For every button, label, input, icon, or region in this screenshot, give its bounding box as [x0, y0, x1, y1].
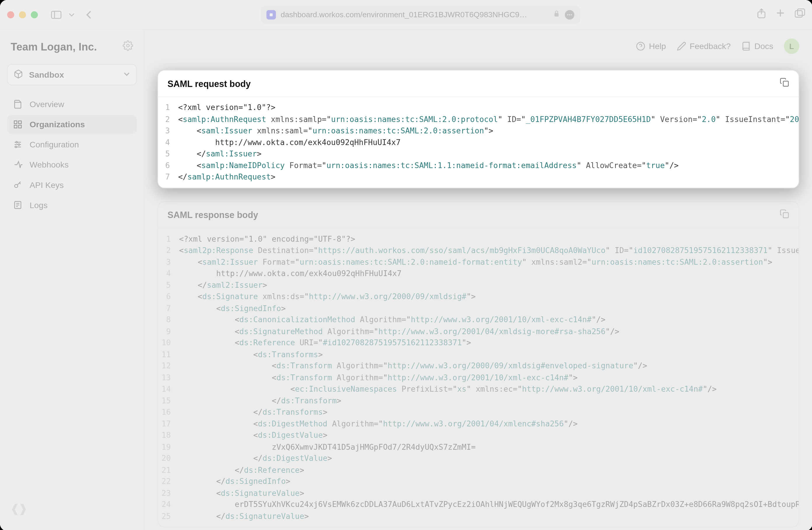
maximize-window-button[interactable]: [31, 11, 38, 18]
svg-point-5: [567, 14, 568, 15]
panel-title: SAML request body: [168, 79, 250, 89]
svg-rect-16: [14, 121, 17, 124]
sidebar-toggle-icon[interactable]: [48, 8, 64, 21]
address-bar-url: dashboard.workos.com/environment_01ERG1B…: [280, 10, 530, 19]
svg-rect-35: [783, 81, 789, 86]
svg-point-33: [637, 42, 644, 50]
titlebar: dashboard.workos.com/environment_01ERG1B…: [0, 0, 812, 30]
code-block: 1234567 <?xml version="1.0"?><samlp:Auth…: [158, 97, 799, 188]
svg-rect-36: [783, 212, 789, 218]
svg-rect-0: [52, 11, 61, 18]
sidebar-item-label: Webhooks: [30, 160, 69, 169]
environment-selector[interactable]: Sandbox: [7, 64, 137, 85]
site-favicon: [266, 10, 276, 19]
tabs-icon[interactable]: [795, 8, 805, 21]
sidebar-item-webhooks[interactable]: Webhooks: [7, 155, 137, 174]
sidebar-item-label: Logs: [30, 200, 48, 210]
svg-point-23: [16, 141, 17, 143]
sidebar-item-api-keys[interactable]: API Keys: [7, 176, 137, 194]
sidebar-item-organizations[interactable]: Organizations: [7, 115, 137, 134]
back-button[interactable]: [83, 7, 95, 22]
help-link[interactable]: Help: [636, 41, 666, 51]
environment-name: Sandbox: [29, 70, 64, 79]
avatar[interactable]: L: [784, 39, 799, 54]
svg-line-28: [19, 183, 20, 184]
sidebar-item-configuration[interactable]: Configuration: [7, 135, 137, 154]
svg-rect-3: [270, 13, 273, 16]
saml-response-panel: SAML response body 123456789101112131415…: [158, 201, 799, 527]
lock-icon: [553, 10, 560, 19]
chevron-down-icon[interactable]: [66, 9, 77, 20]
sidebar-item-label: Overview: [30, 99, 64, 109]
sidebar-item-logs[interactable]: Logs: [7, 196, 137, 214]
browser-window: dashboard.workos.com/environment_01ERG1B…: [0, 0, 812, 530]
saml-request-panel: SAML request body 1234567 <?xml version=…: [158, 70, 799, 188]
new-tab-icon[interactable]: [775, 8, 785, 21]
sidebar-item-label: Configuration: [30, 140, 79, 149]
svg-point-6: [569, 14, 570, 15]
minimize-window-button[interactable]: [19, 11, 26, 18]
topbar: Help Feedback? Docs L: [144, 30, 812, 63]
sidebar-item-overview[interactable]: Overview: [7, 95, 137, 114]
team-name: Team Logan, Inc.: [11, 41, 97, 53]
window-controls: [7, 11, 38, 18]
svg-rect-13: [797, 9, 804, 15]
svg-point-24: [18, 144, 19, 145]
sidebar: Team Logan, Inc. Sandbox: [0, 30, 144, 530]
svg-point-14: [127, 44, 129, 47]
sidebar-item-label: Organizations: [30, 120, 85, 129]
address-bar[interactable]: dashboard.workos.com/environment_01ERG1B…: [260, 5, 580, 23]
workos-logo-icon: [11, 501, 27, 520]
svg-rect-17: [19, 121, 21, 124]
svg-rect-18: [19, 125, 21, 128]
copy-button[interactable]: [780, 209, 789, 221]
sidebar-item-label: API Keys: [30, 180, 64, 190]
svg-point-25: [15, 146, 16, 148]
svg-point-7: [571, 14, 572, 15]
content-area: SAML request body 1234567 <?xml version=…: [144, 63, 812, 530]
feedback-link[interactable]: Feedback?: [677, 41, 730, 51]
svg-rect-19: [14, 125, 17, 128]
gear-icon[interactable]: [122, 40, 133, 53]
main: Help Feedback? Docs L SAML re: [144, 30, 812, 530]
sidebar-nav: Overview Organizations Configuration Web…: [7, 95, 137, 214]
panel-title: SAML response body: [168, 210, 258, 220]
share-icon[interactable]: [757, 8, 766, 21]
svg-rect-4: [554, 13, 559, 17]
cube-icon: [14, 69, 23, 80]
copy-button[interactable]: [780, 78, 789, 89]
code-block: 1234567891011121314151617181920212223242…: [158, 228, 799, 527]
svg-rect-12: [795, 11, 802, 17]
chevron-down-icon: [123, 70, 130, 79]
more-icon[interactable]: [565, 10, 574, 19]
docs-link[interactable]: Docs: [741, 41, 773, 51]
close-window-button[interactable]: [7, 11, 14, 18]
